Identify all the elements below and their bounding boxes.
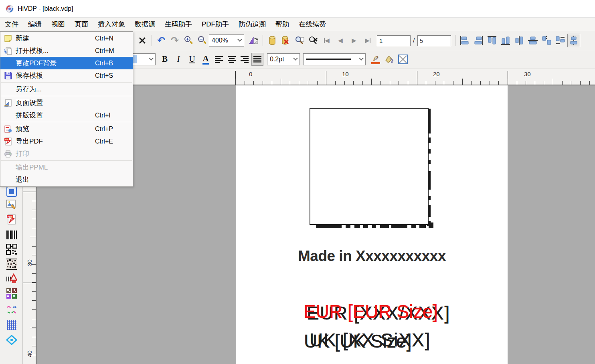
menu-code-assistant[interactable]: 生码助手: [160, 18, 197, 31]
line-color-button[interactable]: ✎: [370, 52, 382, 67]
text-tool-button[interactable]: [6, 186, 17, 197]
align-center-horizontal-button[interactable]: [513, 34, 526, 47]
font-color-icon: A: [202, 54, 209, 65]
current-page-input[interactable]: [377, 35, 411, 46]
menu-anticounterfeit-trace[interactable]: 防伪追溯: [234, 18, 271, 31]
center-in-page-icon: [569, 35, 579, 46]
svg-text:PDF: PDF: [5, 139, 9, 141]
delete-object-button[interactable]: [136, 33, 148, 48]
distribute-horizontal-button[interactable]: [540, 34, 553, 47]
last-record-button[interactable]: ▶: [362, 33, 374, 48]
menu-page[interactable]: 页面: [70, 18, 93, 31]
eur-size-sample-text[interactable]: EUR [EUR Size]: [304, 301, 438, 322]
delete-x-icon: [138, 36, 147, 45]
file-menu-item-save-as[interactable]: 另存为...: [0, 83, 133, 95]
italic-button[interactable]: I: [172, 52, 184, 67]
undo-button[interactable]: ↶: [155, 33, 167, 48]
previous-record-button[interactable]: ◀: [334, 33, 346, 48]
menu-file[interactable]: 文件: [0, 18, 23, 31]
text-align-left-button[interactable]: [213, 53, 225, 66]
zoom-out-button[interactable]: −: [196, 33, 208, 48]
file-menu-item-preview[interactable]: 预览 Ctrl+P: [0, 123, 133, 135]
text-justify-button[interactable]: [251, 53, 263, 66]
menu-edit[interactable]: 编辑: [23, 18, 47, 31]
uk-size-sample-text[interactable]: UK [UK Size]: [304, 330, 411, 352]
anti-counterfeit-code-button[interactable]: [6, 273, 17, 285]
zoom-out-icon: −: [197, 36, 207, 45]
distribute-vertical-button[interactable]: [554, 34, 567, 47]
line-style-combobox[interactable]: [303, 53, 366, 65]
menu-pdf-assistant[interactable]: PDF助手: [197, 18, 234, 31]
database-icon: [268, 36, 276, 45]
insert-image-button[interactable]: [6, 199, 17, 210]
file-menu-item-export-pdf[interactable]: PDF 导出PDF Ctrl+E: [0, 135, 133, 148]
data-preview-button[interactable]: [293, 33, 306, 48]
chevron-down-icon: [293, 56, 298, 60]
redo-button[interactable]: ↷: [169, 33, 181, 48]
first-record-button[interactable]: ◀: [321, 33, 333, 48]
distribute-vertical-icon: [555, 35, 565, 46]
color-qrcode-button[interactable]: [6, 288, 17, 299]
total-pages-input[interactable]: [417, 35, 451, 46]
align-left-button[interactable]: [458, 34, 471, 47]
bold-icon: B: [162, 54, 168, 64]
ruler-h-label-0: 0: [249, 71, 252, 77]
file-menu-item-output-ppml[interactable]: 输出PPML: [0, 161, 133, 174]
menu-insert-object[interactable]: 插入对象: [93, 18, 130, 31]
text-align-center-button[interactable]: [226, 53, 238, 66]
toolbar-main: ↶ ↷ + − 400%: [136, 31, 581, 50]
menu-help[interactable]: 帮助: [271, 18, 294, 31]
grid-pattern-button[interactable]: [6, 320, 17, 331]
connect-database-button[interactable]: [266, 33, 278, 48]
menu-separator: [1, 160, 132, 161]
insert-qrcode-button[interactable]: [6, 244, 17, 255]
made-in-text-object[interactable]: Made in Xxxxxxxxxxx: [236, 248, 508, 265]
eye-diamond-icon: [6, 335, 17, 345]
file-menu-item-open-template[interactable]: 打开模板... Ctrl+M: [0, 44, 133, 57]
rotate-object-button[interactable]: [247, 33, 259, 48]
bold-button[interactable]: B: [159, 52, 171, 67]
color-qr-icon: [6, 288, 17, 299]
file-menu-item-page-setup[interactable]: 页面设置: [0, 97, 133, 109]
align-center-horizontal-icon: [514, 35, 524, 46]
italic-icon: I: [177, 54, 180, 64]
file-menu-item-new[interactable]: 新建 Ctrl+N: [0, 32, 133, 44]
insert-pdf-button[interactable]: PDF: [6, 214, 17, 225]
file-menu-item-imposition-setup[interactable]: 拼版设置 Ctrl+I: [0, 109, 133, 121]
svg-text:PDF: PDF: [8, 216, 12, 218]
data-search-cancel-button[interactable]: [307, 33, 319, 48]
font-color-button[interactable]: A: [200, 52, 212, 67]
align-right-button[interactable]: [472, 34, 485, 47]
zoom-in-button[interactable]: +: [182, 33, 194, 48]
no-fill-button[interactable]: [397, 52, 409, 67]
window-title: HiVDP - [black.vdp]: [18, 5, 73, 12]
zoom-level-combobox[interactable]: 400%: [209, 34, 244, 47]
fiber-texture-button[interactable]: [6, 304, 17, 315]
underline-button[interactable]: U: [186, 52, 198, 67]
pdf-background-cover-square[interactable]: [310, 108, 429, 225]
grid-icon: [6, 320, 17, 331]
file-menu-item-exit[interactable]: 退出: [0, 174, 133, 186]
menu-renew-online[interactable]: 在线续费: [294, 18, 331, 31]
menu-view[interactable]: 视图: [47, 18, 70, 31]
file-menu-item-change-pdf-background[interactable]: 更改PDF背景 Ctrl+B: [0, 57, 133, 69]
pdf-file-icon: PDF: [6, 214, 17, 225]
next-record-button[interactable]: ▶: [348, 33, 360, 48]
center-in-page-button[interactable]: [567, 34, 580, 47]
file-menu-item-save-template[interactable]: 保存模板 Ctrl+S: [0, 69, 133, 82]
align-bottom-button[interactable]: [499, 34, 512, 47]
insert-barcode-button[interactable]: [6, 230, 17, 241]
align-top-button[interactable]: [486, 34, 498, 47]
menu-data-source[interactable]: 数据源: [130, 18, 160, 31]
toolbar-separator: [455, 35, 455, 46]
remove-database-button[interactable]: [280, 33, 292, 48]
stroke-width-combobox[interactable]: 0.2pt: [267, 53, 300, 65]
stroke-width-value: 0.2pt: [270, 56, 284, 63]
text-align-right-button[interactable]: [239, 53, 251, 66]
fill-color-button[interactable]: [383, 52, 395, 67]
watermark-button[interactable]: [6, 335, 17, 346]
align-center-vertical-button[interactable]: [526, 34, 539, 47]
horizontal-ruler-ticks: [235, 69, 595, 85]
insert-datamatrix-button[interactable]: [6, 259, 17, 270]
file-menu-item-print[interactable]: 打印: [0, 148, 133, 160]
